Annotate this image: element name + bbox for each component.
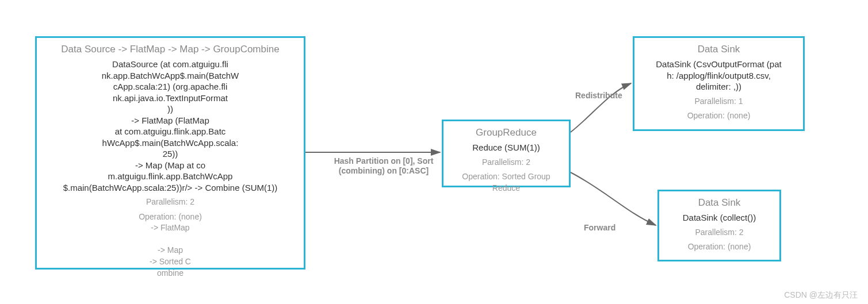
node-operation: Operation: Sorted Group Reduce bbox=[450, 171, 562, 194]
node-data-source[interactable]: Data Source -> FlatMap -> Map -> GroupCo… bbox=[35, 36, 305, 270]
node-title: Data Source -> FlatMap -> Map -> GroupCo… bbox=[44, 44, 297, 55]
node-body: Reduce (SUM(1)) bbox=[450, 142, 562, 153]
node-body: DataSink (CsvOutputFormat (pat h: /applo… bbox=[641, 59, 796, 93]
node-body: DataSink (collect()) bbox=[666, 212, 773, 224]
node-title: Data Sink bbox=[666, 197, 773, 209]
node-parallelism: Parallelism: 2 bbox=[666, 227, 773, 238]
edge-label-hash-partition: Hash Partition on [0], Sort (combining) … bbox=[332, 156, 435, 176]
node-title: Data Sink bbox=[641, 44, 796, 55]
node-parallelism: Parallelism: 1 bbox=[641, 96, 796, 107]
node-parallelism: Parallelism: 2 bbox=[450, 157, 562, 168]
node-parallelism: Parallelism: 2 bbox=[44, 197, 297, 208]
node-data-sink-collect[interactable]: Data Sink DataSink (collect()) Paralleli… bbox=[657, 190, 781, 261]
watermark-text: CSDN @左边有只汪 bbox=[784, 290, 858, 301]
edge-label-forward: Forward bbox=[584, 223, 615, 233]
node-group-reduce[interactable]: GroupReduce Reduce (SUM(1)) Parallelism:… bbox=[442, 120, 571, 187]
node-operation: Operation: (none) bbox=[641, 110, 796, 122]
node-body: DataSource (at com.atguigu.fli nk.app.Ba… bbox=[44, 59, 297, 193]
node-data-sink-csv[interactable]: Data Sink DataSink (CsvOutputFormat (pat… bbox=[633, 36, 805, 131]
node-operation: Operation: (none) -> FlatMap -> Map -> S… bbox=[44, 211, 297, 279]
node-title: GroupReduce bbox=[450, 127, 562, 138]
node-operation: Operation: (none) bbox=[666, 241, 773, 253]
edge-label-redistribute: Redistribute bbox=[575, 91, 622, 101]
